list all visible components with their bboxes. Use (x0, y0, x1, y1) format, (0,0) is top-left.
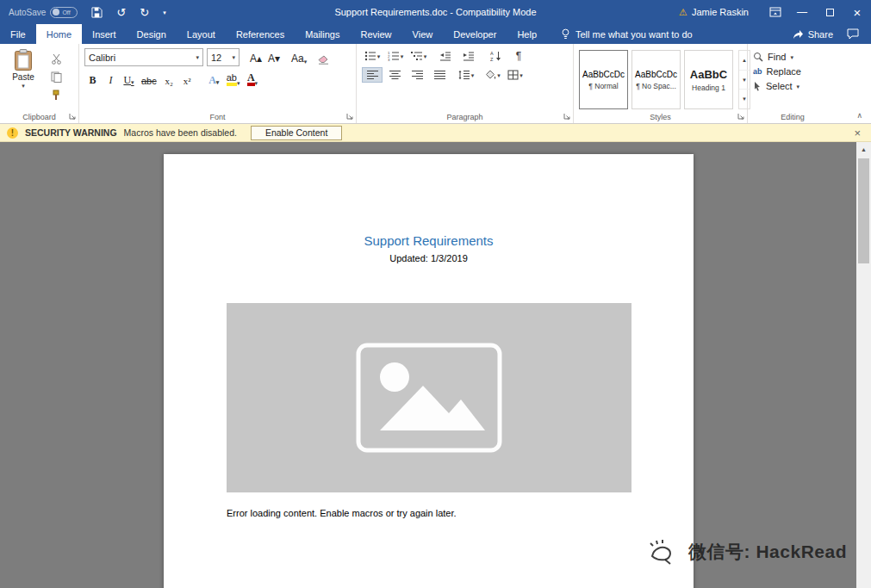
chevron-down-icon: ▾ (424, 53, 427, 59)
tab-home[interactable]: Home (36, 24, 82, 44)
vertical-scrollbar[interactable]: ▲ (856, 142, 871, 588)
lightbulb-icon (561, 28, 570, 40)
select-button[interactable]: Select ▾ (753, 81, 801, 91)
change-case-button[interactable]: Aa ▾ (289, 48, 309, 66)
comments-button[interactable] (847, 28, 859, 40)
autosave-toggle[interactable]: AutoSave Off (9, 7, 78, 18)
tab-layout[interactable]: Layout (177, 24, 226, 44)
text-effects-button[interactable]: A ▾ (206, 70, 222, 88)
message-bar-close-button[interactable]: × (850, 127, 864, 139)
multilevel-list-button[interactable]: ▾ (408, 48, 429, 64)
close-button[interactable]: × (843, 0, 871, 24)
style-no-spacing[interactable]: AaBbCcDc ¶ No Spac... (631, 50, 681, 109)
numbering-button[interactable]: 123 ▾ (385, 48, 406, 64)
ribbon-display-options-button[interactable] (762, 0, 788, 24)
undo-button[interactable]: ↺ (116, 7, 126, 18)
select-label: Select (766, 81, 793, 91)
signed-in-user[interactable]: ⚠ Jamie Raskin (679, 7, 749, 17)
tab-view[interactable]: View (402, 24, 444, 44)
tab-file[interactable]: File (0, 24, 36, 44)
chevron-down-icon: ▾ (304, 59, 308, 65)
collapse-ribbon-button[interactable]: ∧ (856, 111, 862, 120)
share-label: Share (808, 29, 833, 40)
document-updated-line: Updated: 1/3/2019 (164, 253, 694, 263)
restore-button[interactable] (816, 0, 843, 24)
title-bar: AutoSave Off ↺ ↻ ▾ Support Requirements.… (0, 0, 871, 24)
tab-design[interactable]: Design (127, 24, 177, 44)
grow-font-icon: A▴ (250, 53, 262, 65)
chevron-down-icon: ▾ (22, 83, 25, 89)
bullets-button[interactable]: ▾ (362, 48, 383, 64)
find-button[interactable]: Find ▾ (753, 52, 801, 62)
paste-button[interactable]: Paste ▾ (5, 48, 41, 109)
superscript-icon: x² (184, 76, 191, 86)
chevron-down-icon: ▾ (401, 53, 404, 59)
font-size-combo[interactable]: 12 ▾ (207, 48, 240, 66)
customize-qat-button[interactable]: ▾ (163, 9, 166, 15)
tab-help[interactable]: Help (507, 24, 547, 44)
image-placeholder[interactable] (227, 303, 631, 492)
sort-button[interactable]: AZ (485, 48, 506, 64)
borders-button[interactable]: ▾ (505, 67, 526, 83)
search-icon (753, 52, 763, 62)
increase-indent-button[interactable] (458, 48, 479, 64)
underline-button[interactable]: U ▾ (121, 70, 137, 88)
align-center-button[interactable] (384, 67, 405, 83)
font-dialog-launcher[interactable] (346, 113, 354, 121)
replace-button[interactable]: ab Replace (753, 66, 801, 77)
tab-developer[interactable]: Developer (443, 24, 507, 44)
scrollbar-thumb[interactable] (858, 158, 869, 263)
tab-mailings[interactable]: Mailings (295, 24, 350, 44)
watermark-text: 微信号: HackRead (688, 540, 847, 564)
redo-button[interactable]: ↻ (140, 7, 149, 18)
find-label: Find (768, 52, 786, 62)
clipboard-dialog-launcher[interactable] (69, 113, 77, 121)
show-formatting-marks-button[interactable]: ¶ (508, 48, 529, 64)
chevron-down-icon: ▾ (216, 80, 220, 86)
scroll-up-icon: ▲ (861, 146, 867, 152)
decrease-indent-button[interactable] (435, 48, 456, 64)
align-right-button[interactable] (407, 67, 427, 83)
save-button[interactable] (91, 7, 103, 18)
cut-button[interactable] (46, 51, 66, 66)
font-name-combo[interactable]: Calibri ▾ (84, 48, 203, 66)
justify-button[interactable] (429, 67, 450, 83)
copy-button[interactable] (46, 69, 66, 84)
styles-dialog-launcher[interactable] (737, 113, 745, 121)
tab-insert[interactable]: Insert (82, 24, 127, 44)
align-left-button[interactable] (362, 67, 383, 83)
text-highlight-button[interactable]: ab ▾ (224, 70, 243, 88)
clear-formatting-button[interactable] (315, 48, 332, 66)
strikethrough-button[interactable]: abc (139, 70, 159, 88)
style-normal[interactable]: AaBbCcDc ¶ Normal (579, 50, 628, 109)
tell-me-box[interactable]: Tell me what you want to do (561, 24, 693, 44)
autosave-switch[interactable]: Off (50, 7, 78, 18)
save-icon (91, 7, 103, 18)
tab-references[interactable]: References (226, 24, 295, 44)
bold-button[interactable]: B (84, 70, 101, 88)
superscript-button[interactable]: x² (179, 70, 196, 88)
scroll-up-button[interactable]: ▲ (856, 142, 871, 156)
share-button[interactable]: Share (793, 29, 833, 40)
tab-review[interactable]: Review (351, 24, 402, 44)
font-color-button[interactable]: A ▾ (245, 70, 261, 88)
paragraph-dialog-launcher[interactable] (563, 113, 571, 121)
document-page[interactable]: Support Requirements Updated: 1/3/2019 E… (164, 154, 694, 588)
minimize-button[interactable]: — (788, 0, 816, 24)
grow-font-button[interactable]: A▴ (247, 48, 264, 66)
enable-content-button[interactable]: Enable Content (251, 126, 342, 140)
security-message-bar: ! SECURITY WARNING Macros have been disa… (0, 124, 871, 142)
clipboard-group-label: Clipboard (0, 113, 78, 121)
shading-button[interactable]: ▾ (482, 67, 503, 83)
ribbon-group-editing: Find ▾ ab Replace Select ▾ Editing (748, 44, 837, 123)
style-heading-1[interactable]: AaBbC Heading 1 (684, 50, 733, 109)
format-painter-button[interactable] (46, 87, 66, 102)
editing-group-label: Editing (748, 113, 837, 121)
line-spacing-button[interactable]: ▾ (456, 67, 476, 83)
restore-icon (826, 9, 834, 16)
shrink-font-button[interactable]: A▾ (265, 48, 283, 66)
tell-me-label: Tell me what you want to do (575, 29, 693, 40)
subscript-button[interactable]: x₂ (161, 70, 177, 88)
italic-button[interactable]: I (103, 70, 119, 88)
align-right-icon (412, 70, 423, 80)
